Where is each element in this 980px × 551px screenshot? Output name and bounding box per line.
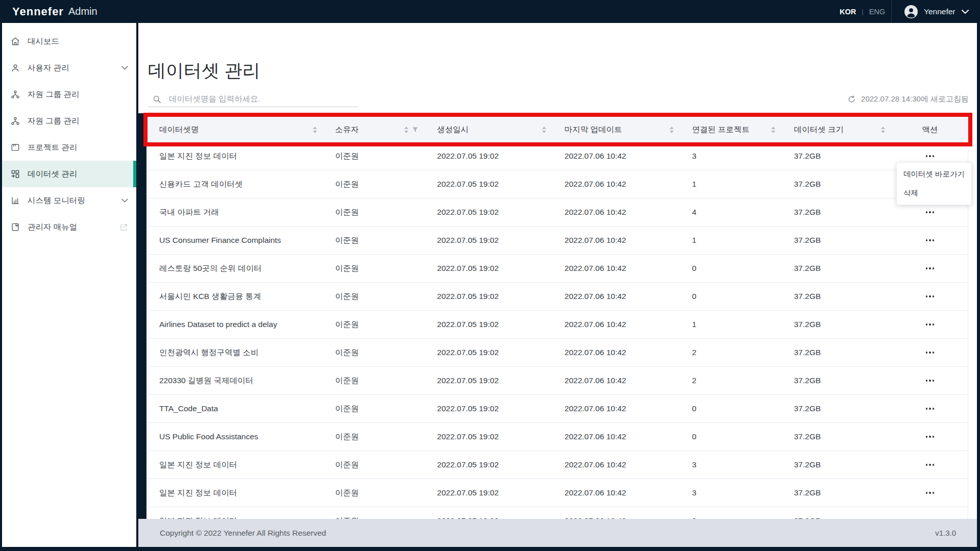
cell-created: 2022.07.05 19:02 [426,460,553,469]
sidebar-item-2[interactable]: 사용자 관리 [2,55,136,81]
column-header-label: 액션 [922,124,938,135]
cell-name: 일본 지진 정보 데이터 [148,460,324,470]
sidebar-item-6[interactable]: 데이터셋 관리 [2,161,136,187]
table-row: US Public Food Assistances이준원2022.07.05 … [148,423,968,451]
column-header[interactable]: 데이터셋명 [148,117,324,142]
cell-owner: 이준원 [324,404,426,414]
more-actions-button[interactable] [923,292,938,300]
user-menu[interactable]: Yennefer [904,0,969,23]
refresh-icon[interactable] [847,95,856,104]
cell-projects: 0 [681,404,783,413]
table-row: 신용카드 고객 데이터셋이준원2022.07.05 19:022022.07.0… [148,170,968,198]
context-menu: 데이터셋 바로가기삭제 [896,162,972,205]
table-row: 일본 지진 정보 데이터이준원2022.07.05 19:022022.07.0… [148,479,968,507]
sidebar-item-label: 시스템 모니터링 [28,195,85,206]
cell-updated: 2022.07.06 10:42 [553,264,681,273]
column-header[interactable]: 생성일시 [426,117,553,142]
column-header-label: 마지막 업데이트 [565,124,622,135]
lang-kor-button[interactable]: KOR [840,8,856,16]
cell-name: Airlines Dataset to predict a delay [148,320,324,329]
cell-updated: 2022.07.06 10:42 [553,488,681,497]
cell-owner: 이준원 [324,291,426,302]
filter-icon[interactable] [412,127,419,133]
context-menu-item[interactable]: 데이터셋 바로가기 [897,165,971,184]
more-actions-button[interactable] [923,433,938,441]
sort-icon[interactable] [771,127,775,133]
more-actions-button[interactable] [923,236,938,244]
chevron-down-icon [121,198,128,203]
sidebar-item-8[interactable]: 관리자 매뉴얼 [2,214,136,240]
brand-logo[interactable]: Yennefer Admin [12,0,97,23]
column-header[interactable]: 소유자 [324,117,426,142]
sidebar-item-1[interactable]: 대시보드 [2,28,136,55]
home-icon [10,36,20,46]
search-input[interactable] [168,94,358,104]
column-header[interactable]: 연결된 프로젝트 [681,117,783,142]
cell-created: 2022.07.05 19:02 [426,208,553,217]
more-actions-button[interactable] [923,320,938,329]
app-window: Yennefer Admin KOR | ENG Yennefer 대시보드사용… [0,0,980,551]
network-icon [10,116,20,126]
main-content: 데이터셋 관리 2022.07.28 14:30에 새로고침됨 데이터셋명소유자… [138,23,977,547]
cell-owner: 이준원 [324,460,426,470]
column-header-icons [771,127,775,133]
column-header[interactable]: 데이터셋 크기 [782,117,892,142]
cell-action [892,264,968,272]
table-row: 인천광역시 행정구역별 소비이준원2022.07.05 19:022022.07… [148,339,968,367]
cell-updated: 2022.07.06 10:42 [553,460,681,469]
bar-chart-icon [10,195,20,206]
cell-projects: 0 [681,432,783,441]
cell-owner: 이준원 [324,179,426,190]
table-row: 일본 지진 정보 데이터이준원2022.07.05 19:022022.07.0… [148,142,968,170]
sidebar-item-label: 자원 그룹 관리 [28,116,80,127]
more-actions-button[interactable] [923,208,938,216]
topbar: Yennefer Admin KOR | ENG Yennefer [0,0,980,23]
cell-name: 인천광역시 행정구역별 소비 [148,347,324,358]
sidebar-item-3[interactable]: 자원 그룹 관리 [2,81,136,108]
table-row: 레스토랑 50곳의 순위 데이터이준원2022.07.05 19:022022.… [148,255,968,283]
sort-icon[interactable] [313,127,317,133]
cell-owner: 이준원 [324,263,426,274]
chevron-down-icon [121,66,128,70]
sidebar-item-7[interactable]: 시스템 모니터링 [2,187,136,214]
more-actions-button[interactable] [923,461,938,469]
more-actions-button[interactable] [923,405,938,413]
more-actions-button[interactable] [923,264,938,272]
cell-updated: 2022.07.06 10:42 [553,152,681,161]
cell-name: TTA_Code_Data [148,404,324,413]
sort-icon[interactable] [542,127,546,133]
column-header[interactable]: 마지막 업데이트 [553,117,681,142]
sidebar-item-4[interactable]: 자원 그룹 관리 [2,108,136,134]
context-menu-item[interactable]: 삭제 [897,184,971,203]
cell-action [892,236,968,244]
column-header-icons [670,127,674,133]
sidebar-item-5[interactable]: 프로젝트 관리 [2,134,136,161]
more-actions-button[interactable] [923,377,938,385]
table-row: 220330 길병원 국제데이터이준원2022.07.05 19:022022.… [148,367,968,395]
language-switcher: KOR | ENG [840,0,885,23]
cell-name: 레스토랑 50곳의 순위 데이터 [148,263,324,274]
lang-eng-button[interactable]: ENG [869,8,885,16]
column-header-label: 데이터셋명 [159,124,199,135]
sort-icon[interactable] [404,127,408,133]
cell-projects: 2 [681,376,783,385]
cell-created: 2022.07.05 19:02 [426,152,553,161]
brand-suffix: Admin [68,6,97,17]
column-header-label: 소유자 [335,124,359,135]
cell-created: 2022.07.05 19:02 [426,376,553,385]
cell-owner: 이준원 [324,347,426,358]
more-actions-button[interactable] [923,152,938,160]
cell-created: 2022.07.05 19:02 [426,180,553,189]
more-actions-button[interactable] [923,348,938,357]
sidebar-item-label: 자원 그룹 관리 [28,89,80,100]
cell-action [892,292,968,300]
sort-icon[interactable] [670,127,674,133]
sort-icon[interactable] [881,127,885,133]
cell-created: 2022.07.05 19:02 [426,320,553,329]
cell-action [892,152,968,160]
cell-updated: 2022.07.06 10:42 [553,320,681,329]
cell-owner: 이준원 [324,432,426,442]
cell-updated: 2022.07.06 10:42 [553,236,681,245]
more-actions-button[interactable] [923,489,938,497]
sidebar-item-label: 프로젝트 관리 [28,142,77,153]
